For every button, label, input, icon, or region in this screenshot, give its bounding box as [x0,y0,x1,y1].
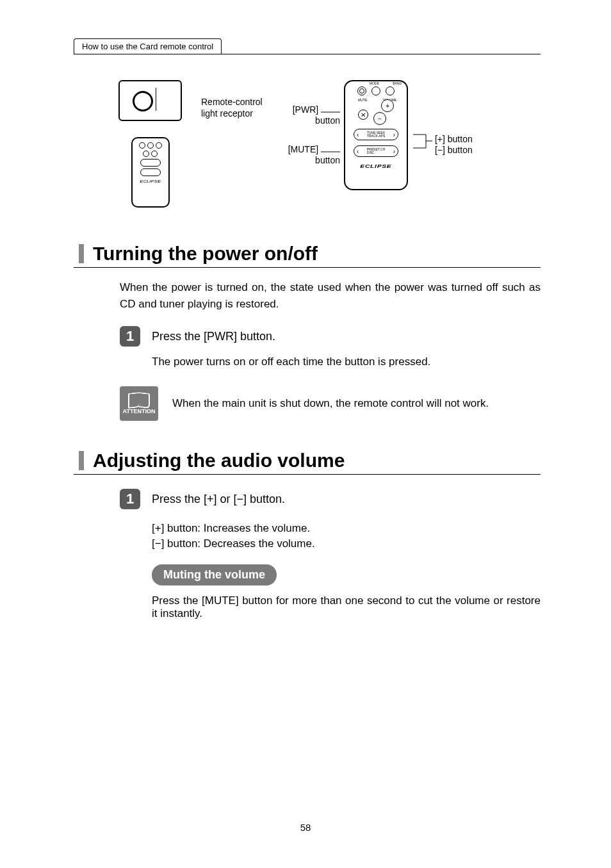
tune-seek-pill: ‹ TUNE·SEEKTRACK·APS › [354,129,398,140]
pwr-button-icon [357,86,366,95]
plus-button-icon: + [381,99,394,112]
step-instruction: Press the [+] or [−] button. [152,493,285,506]
minus-button-desc: [−] button: Decreases the volume. [152,537,541,550]
diagram-area: ECLIPSE Remote-control light receptor [P… [74,80,541,208]
sub-heading-muting: Muting the volume [152,564,277,585]
heading-volume: Adjusting the audio volume [93,450,345,471]
preset-ch-pill: ‹ PRESET CHDISC › [354,145,398,157]
breadcrumb: How to use the Card remote control [74,38,541,54]
attention-text: When the main unit is shut down, the rem… [172,397,489,410]
volume-step-1: 1 Press the [+] or [−] button. [120,489,541,509]
book-icon [128,393,150,407]
step-number-badge: 1 [120,326,140,347]
plus-button-desc: [+] button: Increases the volume. [152,522,541,535]
remote-large-illustration: MODE BAND MUTE VOLUME + − ✕ ‹ TUNE·SEEKT… [344,80,408,190]
breadcrumb-label: How to use the Card remote control [74,38,222,54]
power-step-1: 1 Press the [PWR] button. [120,326,541,347]
callouts-right: [+] button [−] button [413,134,473,156]
header-divider [74,54,541,54]
heading-bar-icon [79,244,84,263]
step-number-badge: 1 [120,489,140,509]
mute-instruction: Press the [MUTE] button for more than on… [152,594,541,620]
section-heading-power: Turning the power on/off [74,243,541,268]
mode-button-icon [371,86,380,95]
minus-button-icon: − [373,112,386,125]
remote-small-illustration: ECLIPSE [131,137,170,208]
attention-block: ATTENTION When the main unit is shut dow… [120,386,541,421]
heading-bar-icon [79,451,84,470]
receptor-label: Remote-control light receptor [201,96,263,119]
band-button-icon [386,86,395,95]
power-intro-text: When the power is turned on, the state u… [120,279,541,312]
mute-button-icon: ✕ [358,110,368,120]
callouts-left: [PWR] button [MUTE] button [288,104,340,165]
section-heading-volume: Adjusting the audio volume [74,450,541,475]
heading-power: Turning the power on/off [93,243,318,265]
main-unit-illustration [118,80,182,121]
step-instruction: Press the [PWR] button. [152,330,275,343]
attention-icon: ATTENTION [120,386,158,421]
page-number: 58 [0,822,611,833]
power-step-sub: The power turns on or off each time the … [152,356,541,368]
